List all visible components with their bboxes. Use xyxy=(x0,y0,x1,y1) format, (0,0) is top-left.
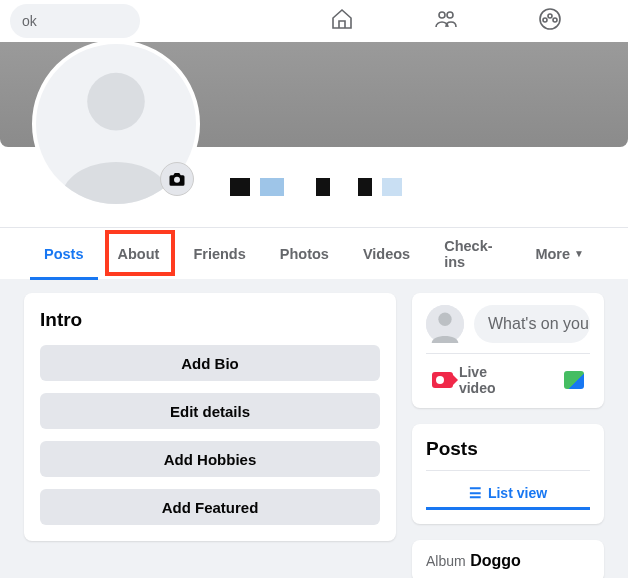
svg-point-3 xyxy=(548,14,552,18)
profile-header: Posts About Friends Photos Videos Check-… xyxy=(0,42,628,279)
camera-icon[interactable] xyxy=(160,162,194,196)
live-video-button[interactable]: Live video xyxy=(432,364,524,396)
add-featured-button[interactable]: Add Featured xyxy=(40,489,380,525)
svg-point-7 xyxy=(174,177,180,183)
svg-point-9 xyxy=(438,313,451,326)
list-view-icon: ☰ xyxy=(469,485,482,501)
top-bar: ok xyxy=(0,0,628,42)
svg-point-5 xyxy=(553,18,557,22)
svg-point-4 xyxy=(543,18,547,22)
posts-title: Posts xyxy=(426,438,590,460)
left-column: Intro Add Bio Edit details Add Hobbies A… xyxy=(24,293,396,578)
tab-label: Videos xyxy=(363,246,410,262)
right-column: What's on your min Live video Posts ☰ Li… xyxy=(412,293,604,578)
redacted-block xyxy=(358,178,372,196)
redacted-block xyxy=(260,178,284,196)
composer-input[interactable]: What's on your min xyxy=(474,305,590,343)
svg-point-6 xyxy=(87,73,145,131)
composer-placeholder: What's on your min xyxy=(488,315,590,333)
chevron-down-icon: ▼ xyxy=(574,248,584,259)
profile-avatar-wrap xyxy=(32,40,200,208)
svg-point-0 xyxy=(439,12,445,18)
intro-card: Intro Add Bio Edit details Add Hobbies A… xyxy=(24,293,396,541)
posts-header-card: Posts ☰ List view xyxy=(412,424,604,524)
redacted-block xyxy=(316,178,330,196)
tab-videos[interactable]: Videos xyxy=(349,228,424,280)
svg-point-1 xyxy=(447,12,453,18)
add-bio-button[interactable]: Add Bio xyxy=(40,345,380,381)
list-view-tab[interactable]: ☰ List view xyxy=(426,479,590,510)
tab-label: More xyxy=(535,246,570,262)
live-video-label: Live video xyxy=(459,364,524,396)
intro-title: Intro xyxy=(40,309,380,331)
tab-about[interactable]: About xyxy=(104,228,174,280)
top-nav-icons xyxy=(330,7,628,35)
composer-avatar[interactable] xyxy=(426,305,464,343)
tab-label: Photos xyxy=(280,246,329,262)
cover-photo[interactable] xyxy=(0,42,628,147)
photo-icon xyxy=(564,371,584,389)
album-card[interactable]: Album Doggo xyxy=(412,540,604,578)
content-row: Intro Add Bio Edit details Add Hobbies A… xyxy=(0,279,628,578)
tab-more[interactable]: More▼ xyxy=(521,228,598,280)
profile-tabs: Posts About Friends Photos Videos Check-… xyxy=(0,227,628,279)
redacted-block xyxy=(230,178,250,196)
tab-label: Check-ins xyxy=(444,238,501,270)
tab-label: Friends xyxy=(193,246,245,262)
post-composer: What's on your min Live video xyxy=(412,293,604,408)
tab-photos[interactable]: Photos xyxy=(266,228,343,280)
friends-icon[interactable] xyxy=(434,7,458,35)
tab-posts[interactable]: Posts xyxy=(30,228,98,280)
tab-label: Posts xyxy=(44,246,84,262)
album-label: Album xyxy=(426,553,466,569)
tab-label: About xyxy=(118,246,160,262)
redacted-block xyxy=(382,178,402,196)
live-video-icon xyxy=(432,372,453,388)
search-placeholder-fragment: ok xyxy=(22,13,37,29)
tab-friends[interactable]: Friends xyxy=(179,228,259,280)
home-icon[interactable] xyxy=(330,7,354,35)
divider xyxy=(426,353,590,354)
list-view-label: List view xyxy=(488,485,547,501)
tab-checkins[interactable]: Check-ins xyxy=(430,228,515,280)
add-hobbies-button[interactable]: Add Hobbies xyxy=(40,441,380,477)
groups-icon[interactable] xyxy=(538,7,562,35)
album-name: Doggo xyxy=(470,552,521,569)
search-input[interactable]: ok xyxy=(10,4,140,38)
edit-details-button[interactable]: Edit details xyxy=(40,393,380,429)
photo-video-button[interactable] xyxy=(564,364,584,396)
